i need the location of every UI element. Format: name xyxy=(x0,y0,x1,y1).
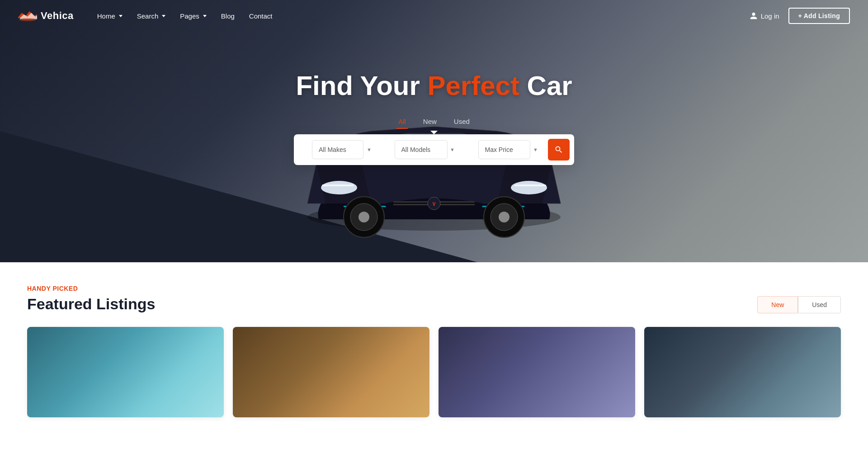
card-row xyxy=(27,327,841,417)
user-icon xyxy=(750,12,758,20)
section-header: Handy picked Featured Listings New Used xyxy=(27,285,841,313)
nav-link-blog[interactable]: Blog xyxy=(216,9,240,24)
logo-icon xyxy=(18,9,37,22)
car-card[interactable] xyxy=(439,327,635,417)
tab-new[interactable]: New xyxy=(421,115,439,129)
car-card-image xyxy=(27,327,224,417)
tab-used[interactable]: Used xyxy=(452,115,472,129)
svg-rect-6 xyxy=(322,184,354,186)
section-title: Featured Listings xyxy=(27,295,155,313)
car-card[interactable] xyxy=(644,327,841,417)
nav-item-home[interactable]: Home xyxy=(92,9,128,24)
nav-item-pages[interactable]: Pages xyxy=(175,9,212,24)
search-tabs: All New Used xyxy=(294,115,574,129)
filter-tab-new[interactable]: New xyxy=(757,296,798,313)
nav-links: Home Search Pages Blog xyxy=(92,9,278,24)
price-select-wrapper: Max Price $10,000 $20,000 $30,000 $50,00… xyxy=(465,140,543,159)
search-icon xyxy=(554,145,563,154)
svg-rect-16 xyxy=(393,201,429,203)
logo[interactable]: Vehica xyxy=(18,9,74,22)
car-card[interactable] xyxy=(233,327,429,417)
svg-point-5 xyxy=(511,181,547,194)
nav-link-contact[interactable]: Contact xyxy=(244,9,278,24)
navbar: Vehica Home Search Pages xyxy=(0,0,868,32)
car-card-image xyxy=(439,327,635,417)
price-select[interactable]: Max Price $10,000 $20,000 $30,000 $50,00… xyxy=(478,140,530,159)
makes-select-wrapper: All Makes Toyota BMW Mercedes Ford ▼ xyxy=(298,140,377,159)
chevron-down-icon xyxy=(162,15,165,17)
login-button[interactable]: Log in xyxy=(750,12,779,20)
navbar-right: Log in + Add Listing xyxy=(750,8,850,24)
section-header-left: Handy picked Featured Listings xyxy=(27,285,155,313)
chevron-down-icon: ▼ xyxy=(450,147,455,152)
tab-indicator xyxy=(430,131,438,134)
svg-rect-17 xyxy=(393,204,429,205)
models-select-wrapper: All Models Sedan SUV Coupe ▼ xyxy=(382,140,460,159)
nav-link-home[interactable]: Home xyxy=(92,9,128,24)
search-bar: All Makes Toyota BMW Mercedes Ford ▼ All… xyxy=(294,134,574,165)
svg-point-4 xyxy=(321,181,357,194)
nav-item-blog[interactable]: Blog xyxy=(216,9,240,24)
svg-point-2 xyxy=(19,18,36,21)
navbar-left: Vehica Home Search Pages xyxy=(18,9,278,24)
nav-item-search[interactable]: Search xyxy=(132,9,171,24)
car-card-image xyxy=(644,327,841,417)
chevron-down-icon: ▼ xyxy=(367,147,372,152)
add-listing-button[interactable]: + Add Listing xyxy=(788,8,850,24)
models-select[interactable]: All Models Sedan SUV Coupe xyxy=(395,140,448,159)
car-card[interactable] xyxy=(27,327,224,417)
tab-all[interactable]: All xyxy=(396,115,408,129)
search-button[interactable] xyxy=(548,139,570,161)
svg-rect-19 xyxy=(439,204,475,205)
filter-tabs: New Used xyxy=(757,296,841,313)
nav-link-search[interactable]: Search xyxy=(132,9,171,24)
hero-content: Find Your Perfect Car All New Used All M… xyxy=(294,70,574,165)
section-tag: Handy picked xyxy=(27,285,155,292)
svg-text:V: V xyxy=(433,202,436,207)
chevron-down-icon xyxy=(203,15,207,17)
hero-title: Find Your Perfect Car xyxy=(294,70,574,101)
chevron-down-icon xyxy=(119,15,123,17)
hero-section: V Find Your Perfect Car All New Used All… xyxy=(0,0,868,262)
chevron-down-icon: ▼ xyxy=(533,147,538,152)
makes-select[interactable]: All Makes Toyota BMW Mercedes Ford xyxy=(312,140,363,159)
brand-name: Vehica xyxy=(41,10,74,22)
nav-link-pages[interactable]: Pages xyxy=(175,9,212,24)
filter-tab-used[interactable]: Used xyxy=(798,296,841,313)
svg-rect-7 xyxy=(514,184,546,186)
car-card-image xyxy=(233,327,429,417)
svg-point-12 xyxy=(359,212,369,222)
svg-point-15 xyxy=(499,212,509,222)
featured-section: Handy picked Featured Listings New Used xyxy=(0,262,868,431)
svg-rect-18 xyxy=(439,201,475,203)
nav-item-contact[interactable]: Contact xyxy=(244,9,278,24)
